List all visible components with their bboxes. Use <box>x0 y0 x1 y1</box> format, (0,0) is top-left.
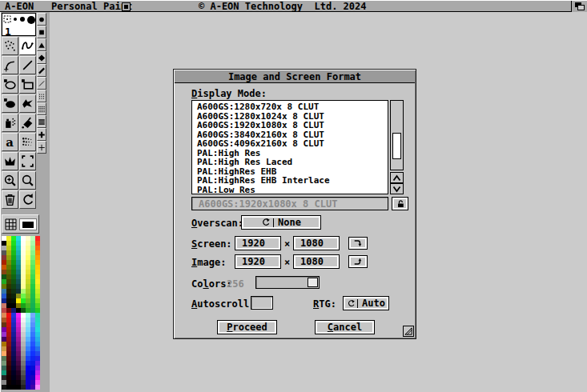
display-mode-option[interactable]: PAL:Low Res <box>197 186 388 195</box>
cycle-divider <box>273 218 274 227</box>
display-mode-option[interactable]: PAL:HighRes EHB Interlace <box>197 176 388 186</box>
screen-label: Screen: <box>191 238 232 250</box>
copy-image-to-screen-button[interactable] <box>348 255 368 268</box>
dialog-title[interactable]: Image and Screen Format <box>175 70 415 83</box>
builtin-brush-square-button[interactable] <box>37 26 46 38</box>
sparse-dots-brush-icon <box>38 91 46 102</box>
arrow-curve-down-icon <box>353 238 363 248</box>
text-tool-icon: a <box>3 135 17 149</box>
palette-column <box>35 236 40 390</box>
fill-tool-button[interactable] <box>19 114 36 132</box>
builtin-brush-disc-icon <box>38 14 46 25</box>
autoscroll-label: Autoscroll: <box>191 298 255 310</box>
screen-height-field[interactable] <box>293 236 340 250</box>
pattern-color-panel[interactable] <box>2 214 39 234</box>
overscan-cycle-button[interactable]: None <box>241 215 321 230</box>
autoscroll-checkbox[interactable] <box>251 296 273 310</box>
colors-slider-thumb[interactable] <box>308 278 318 287</box>
thin-cross-brush-button[interactable] <box>37 141 46 154</box>
freehand-tool-icon <box>21 39 34 53</box>
selected-mode-field[interactable] <box>191 197 388 210</box>
cancel-button[interactable]: Cancel <box>315 320 375 334</box>
symmetry-tool-icon <box>3 154 17 168</box>
display-mode-option[interactable]: A600GS:1920x1080x 8 CLUT <box>197 121 388 130</box>
thick-slash-brush-button[interactable] <box>37 64 46 77</box>
screen-width-field[interactable] <box>235 236 281 250</box>
rtg-value: Auto <box>362 298 385 309</box>
polygon-tool-button[interactable] <box>19 94 36 113</box>
copyright-text: © A-EON Technology Ltd. 2024 <box>199 1 367 12</box>
display-mode-option[interactable]: A600GS:4096x2160x 8 CLUT <box>197 139 388 149</box>
thin-slash-brush-button[interactable] <box>37 77 46 90</box>
overscan-value: None <box>278 217 301 228</box>
image-height-field[interactable] <box>293 254 340 269</box>
undo-tool-icon <box>21 193 34 206</box>
rtg-label: RTG: <box>313 298 336 310</box>
scroll-up-button[interactable] <box>390 172 404 183</box>
dotted-freehand-tool-button[interactable] <box>2 37 18 55</box>
lock-button[interactable] <box>392 197 408 210</box>
colors-label: Colors: <box>191 278 232 290</box>
curve-tool-icon <box>3 58 17 72</box>
svg-text:1: 1 <box>5 26 11 37</box>
mode-list-scrollbar[interactable] <box>390 100 404 170</box>
ellipse-tool-button[interactable] <box>2 75 18 94</box>
thick-slash-brush-icon <box>38 66 46 76</box>
brush-select-tool-button[interactable] <box>19 152 36 170</box>
bold-cross-brush-button[interactable] <box>37 128 46 141</box>
airbrush-tool-button[interactable] <box>2 114 18 132</box>
builtin-brush-disc-button[interactable] <box>37 13 46 26</box>
line-tool-button[interactable] <box>19 56 36 74</box>
colors-slider[interactable] <box>255 276 320 289</box>
text-tool-button[interactable]: a <box>2 133 18 151</box>
scroll-down-button[interactable] <box>390 183 404 194</box>
colors-value: 256 <box>227 278 244 290</box>
zoom-in-tool-button[interactable] <box>2 171 18 190</box>
chevron-down-icon <box>392 186 401 193</box>
dense-dots-brush-icon <box>38 104 46 114</box>
trash-tool-button[interactable] <box>2 190 18 209</box>
proceed-button[interactable]: Proceed <box>217 320 277 334</box>
app-name: A-EON <box>5 1 34 12</box>
dialog-resize-handle[interactable] <box>403 326 414 337</box>
display-mode-option[interactable]: PAL:High Res Laced <box>197 158 388 167</box>
workbench-screen: A-EON Personal Paint © A-EON Technology … <box>0 0 587 392</box>
cycle-icon <box>347 299 356 308</box>
color-palette[interactable] <box>2 236 40 390</box>
palette-swatch[interactable] <box>35 385 40 390</box>
stripes-brush-button[interactable] <box>37 115 46 128</box>
undo-tool-button[interactable] <box>19 190 36 209</box>
lock-icon <box>396 198 405 209</box>
rectangle-tool-button[interactable] <box>19 75 36 94</box>
builtin-brush-triangle-button[interactable] <box>37 38 46 51</box>
scrollbar-thumb[interactable] <box>392 133 401 159</box>
titlebar[interactable]: A-EON Personal Paint © A-EON Technology … <box>0 0 587 12</box>
magnify-tool-button[interactable] <box>19 171 36 190</box>
builtin-brush-diamond-button[interactable] <box>37 51 46 64</box>
symmetry-tool-button[interactable] <box>2 152 18 170</box>
dither-tool-button[interactable] <box>19 133 36 151</box>
display-mode-option[interactable]: A600GS:1280x720x 8 CLUT <box>197 102 388 112</box>
menu-box-icon <box>122 2 131 11</box>
display-mode-label: Display Mode: <box>191 88 267 99</box>
filled-ellipse-tool-button[interactable] <box>2 94 18 113</box>
sparse-dots-brush-button[interactable] <box>37 90 46 102</box>
bold-cross-brush-icon <box>38 130 46 140</box>
display-mode-list[interactable]: A600GS:1280x720x 8 CLUTA600GS:1280x1024x… <box>191 100 388 194</box>
brush-size-selector[interactable]: 1 <box>2 13 36 36</box>
zoom-in-tool-icon <box>3 174 17 187</box>
copy-screen-to-image-button[interactable] <box>348 237 368 250</box>
resize-corner-icon <box>404 327 412 335</box>
depth-gadget-button[interactable] <box>571 1 587 12</box>
fill-tool-icon <box>21 116 34 130</box>
ellipse-tool-icon <box>3 78 17 91</box>
image-width-field[interactable] <box>235 254 281 269</box>
rtg-cycle-button[interactable]: Auto <box>343 296 389 310</box>
airbrush-tool-icon <box>3 116 17 130</box>
freehand-tool-button[interactable] <box>19 37 36 55</box>
current-color-well[interactable] <box>19 218 37 230</box>
curve-tool-button[interactable] <box>2 56 18 74</box>
dense-dots-brush-button[interactable] <box>37 102 46 115</box>
depth-front-rect-icon <box>577 5 585 10</box>
stripes-brush-icon <box>38 117 46 127</box>
